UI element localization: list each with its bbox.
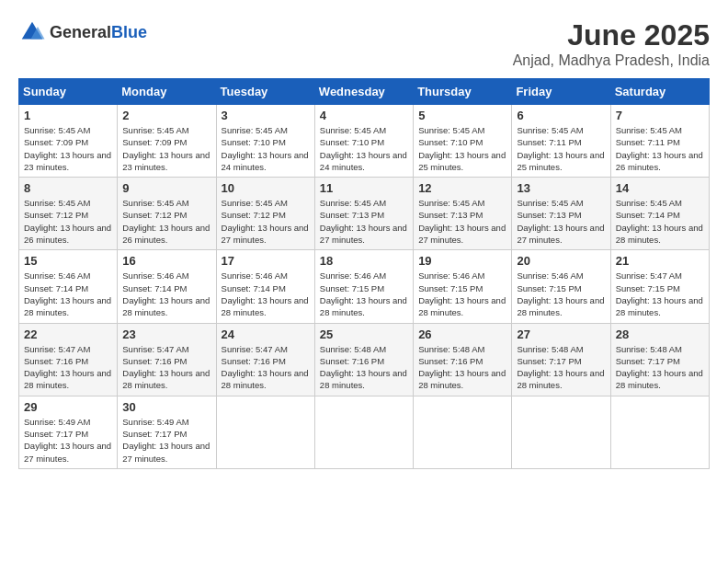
empty-cell (314, 396, 413, 468)
day-cell-22: 22 Sunrise: 5:47 AM Sunset: 7:16 PM Dayl… (19, 323, 118, 396)
day-number: 2 (122, 109, 210, 122)
day-info: Sunrise: 5:46 AM Sunset: 7:15 PM Dayligh… (517, 270, 605, 318)
col-wednesday: Wednesday (314, 79, 413, 105)
empty-cell (512, 396, 610, 468)
day-number: 6 (517, 109, 605, 122)
day-info: Sunrise: 5:45 AM Sunset: 7:09 PM Dayligh… (122, 124, 210, 173)
day-info: Sunrise: 5:45 AM Sunset: 7:10 PM Dayligh… (418, 124, 506, 173)
day-cell-7: 7 Sunrise: 5:45 AM Sunset: 7:11 PM Dayli… (610, 105, 709, 178)
day-cell-20: 20 Sunrise: 5:46 AM Sunset: 7:15 PM Dayl… (512, 250, 610, 323)
day-info: Sunrise: 5:45 AM Sunset: 7:11 PM Dayligh… (517, 124, 605, 173)
day-cell-11: 11 Sunrise: 5:45 AM Sunset: 7:13 PM Dayl… (314, 178, 413, 250)
day-info: Sunrise: 5:45 AM Sunset: 7:09 PM Dayligh… (24, 124, 112, 173)
day-number: 19 (418, 254, 506, 268)
col-sunday: Sunday (19, 79, 118, 105)
day-info: Sunrise: 5:45 AM Sunset: 7:12 PM Dayligh… (122, 197, 210, 246)
day-cell-6: 6 Sunrise: 5:45 AM Sunset: 7:11 PM Dayli… (512, 105, 610, 178)
day-number: 18 (320, 254, 408, 268)
day-number: 7 (616, 109, 704, 122)
day-info: Sunrise: 5:45 AM Sunset: 7:13 PM Dayligh… (320, 197, 408, 246)
day-info: Sunrise: 5:45 AM Sunset: 7:12 PM Dayligh… (24, 197, 112, 246)
day-number: 24 (222, 327, 310, 341)
day-info: Sunrise: 5:48 AM Sunset: 7:16 PM Dayligh… (418, 343, 506, 392)
day-number: 9 (122, 181, 210, 195)
day-cell-4: 4 Sunrise: 5:45 AM Sunset: 7:10 PM Dayli… (314, 105, 413, 178)
day-info: Sunrise: 5:45 AM Sunset: 7:14 PM Dayligh… (616, 197, 704, 246)
day-number: 13 (517, 181, 605, 195)
day-cell-12: 12 Sunrise: 5:45 AM Sunset: 7:13 PM Dayl… (414, 178, 512, 250)
calendar-title: June 2025 (513, 18, 710, 52)
day-number: 22 (24, 327, 112, 341)
day-cell-30: 30 Sunrise: 5:49 AM Sunset: 7:17 PM Dayl… (118, 396, 216, 468)
day-cell-9: 9 Sunrise: 5:45 AM Sunset: 7:12 PM Dayli… (118, 178, 216, 250)
day-cell-5: 5 Sunrise: 5:45 AM Sunset: 7:10 PM Dayli… (414, 105, 512, 178)
day-number: 28 (616, 327, 704, 341)
day-info: Sunrise: 5:45 AM Sunset: 7:12 PM Dayligh… (222, 197, 310, 246)
logo-general: General (50, 23, 111, 41)
day-info: Sunrise: 5:49 AM Sunset: 7:17 PM Dayligh… (24, 416, 112, 465)
logo-blue: Blue (111, 23, 147, 41)
day-number: 20 (517, 254, 605, 268)
day-cell-26: 26 Sunrise: 5:48 AM Sunset: 7:16 PM Dayl… (414, 323, 512, 396)
empty-cell (414, 396, 512, 468)
day-number: 30 (122, 400, 210, 414)
day-number: 23 (122, 327, 210, 341)
title-section: June 2025 Anjad, Madhya Pradesh, India (513, 18, 710, 69)
day-cell-18: 18 Sunrise: 5:46 AM Sunset: 7:15 PM Dayl… (314, 250, 413, 323)
day-number: 4 (320, 109, 408, 122)
day-cell-29: 29 Sunrise: 5:49 AM Sunset: 7:17 PM Dayl… (19, 396, 118, 468)
calendar-week-row: 29 Sunrise: 5:49 AM Sunset: 7:17 PM Dayl… (19, 396, 710, 468)
day-cell-27: 27 Sunrise: 5:48 AM Sunset: 7:17 PM Dayl… (512, 323, 610, 396)
day-number: 15 (24, 254, 112, 268)
calendar-week-row: 15 Sunrise: 5:46 AM Sunset: 7:14 PM Dayl… (19, 250, 710, 323)
col-thursday: Thursday (414, 79, 512, 105)
day-info: Sunrise: 5:45 AM Sunset: 7:13 PM Dayligh… (418, 197, 506, 246)
day-number: 14 (616, 181, 704, 195)
day-cell-15: 15 Sunrise: 5:46 AM Sunset: 7:14 PM Dayl… (19, 250, 118, 323)
day-cell-17: 17 Sunrise: 5:46 AM Sunset: 7:14 PM Dayl… (216, 250, 314, 323)
logo-icon (18, 18, 46, 46)
col-saturday: Saturday (610, 79, 709, 105)
day-info: Sunrise: 5:45 AM Sunset: 7:11 PM Dayligh… (616, 124, 704, 173)
day-cell-1: 1 Sunrise: 5:45 AM Sunset: 7:09 PM Dayli… (19, 105, 118, 178)
day-info: Sunrise: 5:46 AM Sunset: 7:14 PM Dayligh… (24, 270, 112, 318)
calendar-subtitle: Anjad, Madhya Pradesh, India (513, 52, 710, 69)
col-friday: Friday (512, 79, 610, 105)
day-cell-21: 21 Sunrise: 5:47 AM Sunset: 7:15 PM Dayl… (610, 250, 709, 323)
day-cell-19: 19 Sunrise: 5:46 AM Sunset: 7:15 PM Dayl… (414, 250, 512, 323)
day-cell-13: 13 Sunrise: 5:45 AM Sunset: 7:13 PM Dayl… (512, 178, 610, 250)
day-info: Sunrise: 5:47 AM Sunset: 7:15 PM Dayligh… (616, 270, 704, 318)
calendar-week-row: 22 Sunrise: 5:47 AM Sunset: 7:16 PM Dayl… (19, 323, 710, 396)
day-number: 29 (24, 400, 112, 414)
calendar-week-row: 1 Sunrise: 5:45 AM Sunset: 7:09 PM Dayli… (19, 105, 710, 178)
calendar-table: Sunday Monday Tuesday Wednesday Thursday… (18, 78, 710, 469)
day-cell-8: 8 Sunrise: 5:45 AM Sunset: 7:12 PM Dayli… (19, 178, 118, 250)
day-cell-16: 16 Sunrise: 5:46 AM Sunset: 7:14 PM Dayl… (118, 250, 216, 323)
day-number: 11 (320, 181, 408, 195)
day-number: 25 (320, 327, 408, 341)
col-tuesday: Tuesday (216, 79, 314, 105)
col-monday: Monday (118, 79, 216, 105)
empty-cell (216, 396, 314, 468)
calendar-header-row: Sunday Monday Tuesday Wednesday Thursday… (19, 79, 710, 105)
day-number: 26 (418, 327, 506, 341)
day-info: Sunrise: 5:49 AM Sunset: 7:17 PM Dayligh… (122, 416, 210, 465)
day-info: Sunrise: 5:45 AM Sunset: 7:10 PM Dayligh… (222, 124, 310, 173)
day-info: Sunrise: 5:48 AM Sunset: 7:16 PM Dayligh… (320, 343, 408, 392)
page-header: GeneralBlue June 2025 Anjad, Madhya Prad… (18, 18, 710, 69)
day-cell-3: 3 Sunrise: 5:45 AM Sunset: 7:10 PM Dayli… (216, 105, 314, 178)
day-number: 8 (24, 181, 112, 195)
day-info: Sunrise: 5:46 AM Sunset: 7:15 PM Dayligh… (320, 270, 408, 318)
empty-cell (610, 396, 709, 468)
logo: GeneralBlue (18, 18, 147, 46)
calendar-week-row: 8 Sunrise: 5:45 AM Sunset: 7:12 PM Dayli… (19, 178, 710, 250)
day-info: Sunrise: 5:46 AM Sunset: 7:14 PM Dayligh… (222, 270, 310, 318)
day-number: 27 (517, 327, 605, 341)
day-info: Sunrise: 5:47 AM Sunset: 7:16 PM Dayligh… (222, 343, 310, 392)
day-info: Sunrise: 5:46 AM Sunset: 7:14 PM Dayligh… (122, 270, 210, 318)
day-number: 5 (418, 109, 506, 122)
day-number: 3 (222, 109, 310, 122)
day-cell-25: 25 Sunrise: 5:48 AM Sunset: 7:16 PM Dayl… (314, 323, 413, 396)
day-cell-14: 14 Sunrise: 5:45 AM Sunset: 7:14 PM Dayl… (610, 178, 709, 250)
day-info: Sunrise: 5:45 AM Sunset: 7:13 PM Dayligh… (517, 197, 605, 246)
